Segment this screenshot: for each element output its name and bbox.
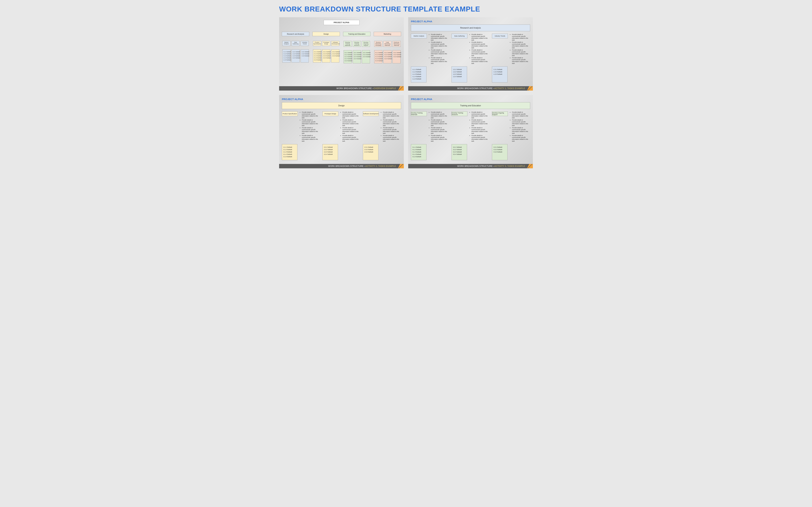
footer-right: ACTIVITY 2, TASKS EXAMPLE (365, 165, 396, 167)
subtask-item: 4.1.4 Subtask (375, 58, 381, 60)
subtask-box: 3.3.1 Subtask3.3.2 Subtask3.3.3 Subtask (362, 50, 370, 63)
bullet-item: Provide details to communicate specific … (512, 111, 530, 119)
subtask-item: 3.1.2 Subtask (345, 54, 351, 56)
subtask-item: 3.1.4 Subtask (345, 58, 351, 60)
activity-detail: Research and AnalysisMarket AnalysisProv… (411, 24, 530, 82)
footer-left: WORK BREAKDOWN STRUCTURE – (457, 87, 495, 90)
panel-footer: WORK BREAKDOWN STRUCTURE – ACTIVITY 3, T… (408, 164, 533, 168)
subtask-item: 3.1.3 Subtask (412, 151, 425, 153)
activity-box: Software Development (331, 41, 339, 46)
bullet-item: Provide details to communicate specific … (471, 127, 490, 134)
subtask-item: 2.2.2 Subtask (324, 149, 337, 151)
panel-activity-2: PROJECT ALPHA DesignProduct Specificatio… (279, 95, 404, 168)
subtask-box: 2.1.1 Subtask2.1.2 Subtask2.1.3 Subtask2… (313, 49, 321, 62)
bullet-item: Provide details to communicate specific … (342, 127, 361, 134)
subtask-item: 2.1.1 Subtask (283, 146, 296, 149)
subtask-box: 3.1.1 Subtask3.1.2 Subtask3.1.3 Subtask3… (344, 50, 352, 63)
subtask-list-box: 1.1.1 Subtask1.1.2 Subtask1.1.3 Subtask1… (411, 66, 426, 82)
subtask-item: 3.3,3 Subtask (494, 151, 506, 153)
subtask-item: 3.2.1 Subtask (453, 146, 465, 149)
bullet-item: Provide details to communicate specific … (302, 127, 320, 134)
bullet-item: Provide details to communicate specific … (302, 135, 320, 142)
detail-col: Software DevelopmentProvide details to c… (363, 111, 401, 160)
subtask-item: 1.3.1 Subtask (494, 68, 506, 71)
panel-title: PROJECT ALPHA (411, 20, 530, 23)
subtask-box: 4.3.1 Subtask4.3.2 Subtask4.3.3 Subtask (393, 50, 401, 63)
subtask-list-box: 1.2.1 Subtask1.2.2 Subtask1.2.3 Subtask1… (452, 66, 467, 82)
activity-box: Distribute Marketing Materials (393, 41, 401, 47)
subtask-item: 2.2.1 Subtask (323, 51, 329, 53)
subtask-item: 2.2.1 Subtask (324, 146, 337, 149)
subtask-list-box: 2.3.1 Subtask2.3.2 Subtask2.3.3 Subtask (363, 144, 378, 160)
bullet-item: Provide details to communicate specific … (431, 57, 449, 64)
subtask-item: 2.3.2 Subtask (332, 53, 338, 55)
bullet-item: Provide details to communicate specific … (431, 111, 449, 119)
subtask-item: 3.1.1 Subtask (345, 52, 351, 54)
detail-pair: Market AnalysisProvide details to commun… (411, 34, 449, 65)
detail-pair: Develop Training MaterialsProvide detail… (411, 111, 449, 143)
subtask-item: 1.2.4 Subtask (293, 57, 299, 59)
detail-pair: Develop Ongoing SupportProvide details t… (492, 111, 530, 143)
subtask-item: 3.1.5 Subtask (412, 156, 425, 158)
subtask-item: 4.3.1 Subtask (394, 52, 400, 54)
subtask-item: 4.1.3 Subtask (375, 56, 381, 58)
bullet-item: Provide details to communicate specific … (512, 57, 530, 64)
footer-left: WORK BREAKDOWN STRUCTURE – (328, 165, 365, 167)
subtask-item: 1.2.1 Subtask (293, 51, 299, 53)
footer-right: ACTIVITY 3, TASKS EXAMPLE (495, 165, 525, 167)
task-name-box: Develop Ongoing Support (492, 111, 508, 116)
subtask-item: 2.2.3 Subtask (323, 55, 329, 57)
activity-box: Product Specification (313, 41, 321, 46)
subtask-box: 1.1.1 Subtask1.1.2 Subtask1.1.3 Subtask1… (282, 49, 291, 62)
subtask-item: 1.3.3 Subtask (302, 55, 308, 57)
task-bullets: Provide details to communicate specific … (469, 34, 490, 65)
activity-header: Design (282, 102, 401, 109)
subtask-box: 2.3.1 Subtask2.3.2 Subtask2.3.3 Subtask (331, 49, 339, 62)
root-box: PROJECT ALPHA (323, 20, 359, 25)
subtask-item: 2.2.4 Subtask (324, 153, 337, 156)
category-box: Design (312, 32, 340, 36)
category-group: Research and AnalysisMarket AnalysisData… (282, 32, 309, 63)
panel-overview: PROJECT ALPHAResearch and AnalysisMarket… (279, 17, 404, 91)
subtask-list-box: 2.1.1 Subtask2.1.2 Subtask2.1.3 Subtask2… (282, 144, 297, 160)
category-box: Training and Education (343, 32, 370, 36)
subtask-item: 2.1.5 Subtask (283, 156, 296, 158)
subtask-item: 1.1.1 Subtask (412, 68, 425, 71)
subtask-item: 4.1.1 Subtask (375, 52, 381, 54)
bullet-item: Provide details to communicate specific … (383, 135, 401, 142)
bullet-item: Provide details to communicate specific … (471, 49, 490, 57)
activity-detail: DesignProduct SpecificationProvide detai… (282, 102, 401, 160)
subtask-list-box: 3.3.1 Subtask3.3.2 Subtask3.3,3 Subtask (492, 144, 507, 160)
task-name-box: Prototype Design (322, 111, 338, 116)
subtask-list-box: 3.1.1 Subtask3.1.2 Subtask3.1.3 Subtask3… (411, 144, 426, 160)
subtask-list-box: 3.2.1 Subtask3.2.2 Subtask3.2.3 Subtask3… (452, 144, 467, 160)
activity-row: Market AnalysisData GatheringIndustry Tr… (282, 41, 309, 46)
detail-pair: Product SpecificationProvide details to … (282, 111, 320, 143)
detail-row: Market AnalysisProvide details to commun… (411, 34, 530, 82)
page-title: WORK BREAKDOWN STRUCTURE TEMPLATE EXAMPL… (279, 5, 533, 13)
subtask-item: 3.2.3 Subtask (354, 56, 360, 58)
subtask-item: 3.1.1 Subtask (412, 146, 425, 149)
bullet-item: Provide details to communicate specific … (431, 41, 449, 49)
panel-activity-3: PROJECT ALPHA Training and EducationDeve… (408, 95, 533, 168)
activity-row: Develop Training MaterialsDevelop Traini… (344, 41, 370, 47)
subtask-box: 4.1.1 Subtask4.1.2 Subtask4.1.3 Subtask4… (374, 50, 382, 63)
detail-col: Develop Training MaterialsProvide detail… (411, 111, 449, 160)
bullet-item: Provide details to communicate specific … (512, 49, 530, 57)
subtask-item: 1.1.5 Subtask (412, 78, 425, 80)
category-box: Marketing (374, 32, 401, 36)
bullet-item: Provide details to communicate specific … (512, 41, 530, 49)
panel-footer: WORK BREAKDOWN STRUCTURE – ACTIVITY 2, T… (279, 164, 404, 168)
footer-right: OVERVIEW EXAMPLE (374, 87, 396, 90)
subtask-item: 3.2.3 Subtask (453, 151, 465, 153)
category-group: DesignProduct SpecificationPrototype Des… (312, 32, 340, 63)
subtask-item: 4.2.3 Subtask (384, 56, 391, 58)
subtask-box: 3.2.1 Subtask3.2.2 Subtask3.2.3 Subtask3… (353, 50, 361, 63)
task-bullets: Provide details to communicate specific … (299, 111, 320, 143)
task-bullets: Provide details to communicate specific … (340, 111, 361, 143)
subtask-item: 1.1.2 Subtask (412, 71, 425, 73)
bullet-item: Provide details to communicate specific … (431, 135, 449, 142)
subtask-item: 1.2.4 Subtask (453, 75, 465, 78)
subtask-item: 3.3.1 Subtask (494, 146, 506, 149)
detail-pair: Software DevelopmentProvide details to c… (363, 111, 401, 143)
